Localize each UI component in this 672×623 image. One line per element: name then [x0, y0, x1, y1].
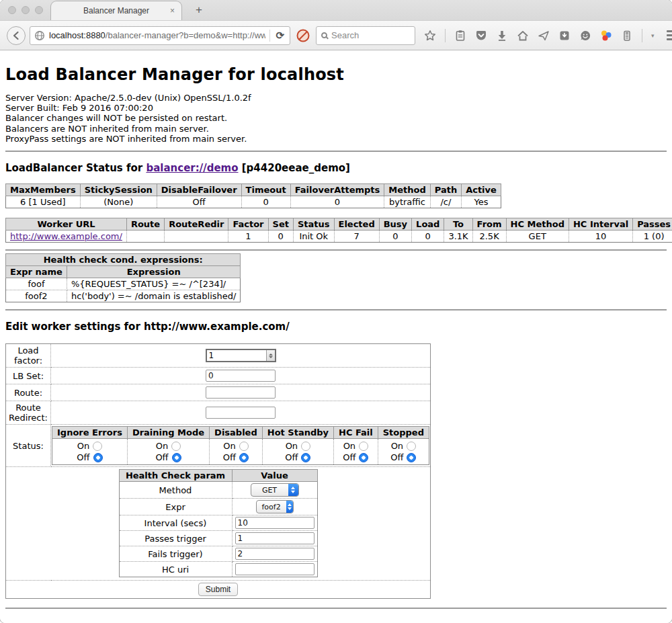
table-cell: (None): [80, 196, 157, 208]
worker-url-link[interactable]: http://www.example.com/: [10, 231, 122, 241]
status-ignore-errors-off-radio[interactable]: [93, 453, 103, 462]
divider: [5, 151, 667, 152]
radio-label: Off: [343, 452, 355, 462]
home-icon[interactable]: [517, 30, 529, 42]
status-col-stopped: Stopped: [378, 427, 429, 439]
url-bar[interactable]: localhost:8880/balancer-manager?b=demo&w…: [30, 26, 290, 45]
status-col-hc-fail: HC Fail: [334, 427, 378, 439]
method-select[interactable]: GET: [251, 483, 299, 497]
clipboard-icon[interactable]: [454, 30, 466, 42]
status-cell-draining-mode: OnOff: [127, 439, 209, 465]
server-info-line: Server Built: Feb 9 2016 07:00:20: [5, 103, 667, 113]
minimize-window-button[interactable]: [22, 6, 30, 14]
expr-name-cell: foof2: [6, 290, 67, 302]
status-stopped-off-radio[interactable]: [407, 453, 416, 462]
column-header-route: Route: [126, 218, 164, 231]
column-header-stickysession: StickySession: [80, 184, 157, 196]
back-button[interactable]: [7, 26, 26, 45]
table-cell: 10: [569, 231, 632, 243]
column-header-active: Active: [462, 184, 501, 196]
status-radio-table: Ignore ErrorsDraining ModeDisabledHot St…: [52, 426, 429, 465]
number-spinner-icon[interactable]: [266, 350, 275, 361]
download-panel-icon[interactable]: [558, 30, 571, 42]
status-ignore-errors-on-radio[interactable]: [93, 442, 102, 451]
status-hot-standby-off-radio[interactable]: [301, 453, 310, 462]
balancer-link[interactable]: balancer://demo: [146, 162, 238, 174]
edit-worker-heading: Edit worker settings for http://www.exam…: [5, 321, 667, 333]
url-text[interactable]: localhost:8880/balancer-manager?b=demo&w…: [49, 30, 265, 40]
status-col-ignore-errors: Ignore Errors: [52, 427, 128, 439]
health-expressions-table: Health check cond. expressions:Expr name…: [5, 253, 241, 302]
form-row: Route Redirect:: [6, 401, 431, 425]
interval-secs-label: Interval (secs): [119, 515, 232, 531]
back-arrow-icon: [10, 30, 22, 42]
method-label: Method: [119, 482, 232, 499]
hc-uri-input[interactable]: [235, 563, 314, 575]
new-tab-button[interactable]: +: [192, 3, 206, 17]
submit-button[interactable]: Submit: [198, 583, 238, 596]
globe-icon: [34, 30, 45, 41]
load-factor-input[interactable]: [207, 350, 266, 361]
divider: [5, 309, 667, 310]
route-redirect-input[interactable]: [206, 407, 276, 419]
expression-cell: %{REQUEST_STATUS} =~ /^[234]/: [67, 278, 241, 290]
hc-param-row: Interval (secs): [119, 515, 317, 531]
feedback-smiley-icon[interactable]: [579, 30, 591, 42]
route-input[interactable]: [206, 386, 276, 399]
status-stopped-on-radio[interactable]: [407, 442, 416, 451]
expr-select[interactable]: foof2: [256, 500, 294, 513]
table-cell: 0: [412, 231, 444, 243]
column-header-passes: Passes: [633, 218, 672, 231]
hc-column-header-health-check-param: Health Check param: [119, 470, 232, 482]
table-row: http://www.example.com/ 10Init Ok7003.1K…: [6, 231, 672, 243]
column-header-expression: Expression: [67, 266, 241, 278]
column-header-hc-interval: HC Interval: [569, 218, 632, 231]
page-content: Load Balancer Manager for localhost Serv…: [0, 50, 672, 623]
colored-dots-icon[interactable]: [600, 30, 612, 42]
status-cell-hc-fail: OnOff: [334, 439, 378, 465]
search-input[interactable]: Search: [316, 26, 415, 45]
radio-label: On: [77, 441, 89, 451]
status-disabled-on-radio[interactable]: [239, 442, 249, 451]
status-label: Status:: [6, 425, 51, 467]
column-header-maxmembers: MaxMembers: [6, 184, 81, 196]
extension-panel-icon[interactable]: [621, 30, 633, 42]
passes-trigger-input[interactable]: [235, 532, 314, 544]
hc-param-row: Fails trigger): [119, 546, 317, 562]
status-hot-standby-on-radio[interactable]: [301, 442, 310, 451]
pocket-icon[interactable]: [475, 30, 487, 42]
send-icon[interactable]: [538, 30, 550, 42]
reload-icon[interactable]: ⟳: [274, 30, 286, 42]
column-header-failoverattempts: FailoverAttempts: [290, 184, 384, 196]
tab-close-icon[interactable]: ×: [170, 6, 175, 15]
download-icon[interactable]: [496, 30, 508, 42]
status-disabled-off-radio[interactable]: [239, 453, 249, 462]
interval-secs-input[interactable]: [235, 517, 314, 529]
menu-icon[interactable]: [667, 30, 672, 40]
overflow-caret-icon[interactable]: ▾: [651, 32, 655, 39]
status-hc-fail-off-radio[interactable]: [359, 453, 368, 462]
fails-trigger-value-cell: [232, 546, 317, 562]
lb-set-input[interactable]: [206, 370, 276, 382]
load-factor-stepper[interactable]: [206, 349, 276, 362]
status-draining-mode-off-radio[interactable]: [172, 453, 181, 462]
content-blocker-icon[interactable]: [296, 28, 310, 43]
status-draining-mode-on-radio[interactable]: [171, 442, 181, 451]
table-cell: 0: [290, 196, 384, 208]
status-hc-fail-on-radio[interactable]: [359, 442, 368, 451]
table-cell: 0: [241, 196, 290, 208]
status-radio-row: OnOffOnOffOnOffOnOffOnOffOnOff: [52, 439, 429, 465]
close-window-button[interactable]: [8, 6, 16, 14]
radio-label: On: [286, 441, 298, 451]
fails-trigger-input[interactable]: [235, 548, 314, 560]
zoom-window-button[interactable]: [35, 6, 43, 14]
status-cell-ignore-errors: OnOff: [52, 439, 128, 465]
column-header-set: Set: [268, 218, 293, 231]
hc-param-row: Exprfoof2: [119, 499, 317, 515]
browser-tab[interactable]: Balancer Manager ×: [50, 1, 182, 20]
radio-label: Off: [390, 452, 403, 462]
bookmark-star-icon[interactable]: [424, 30, 436, 42]
column-header-worker-url: Worker URL: [6, 218, 127, 231]
server-info-line: Server Version: Apache/2.5.0-dev (Unix) …: [5, 93, 667, 103]
table-cell: [165, 231, 228, 243]
